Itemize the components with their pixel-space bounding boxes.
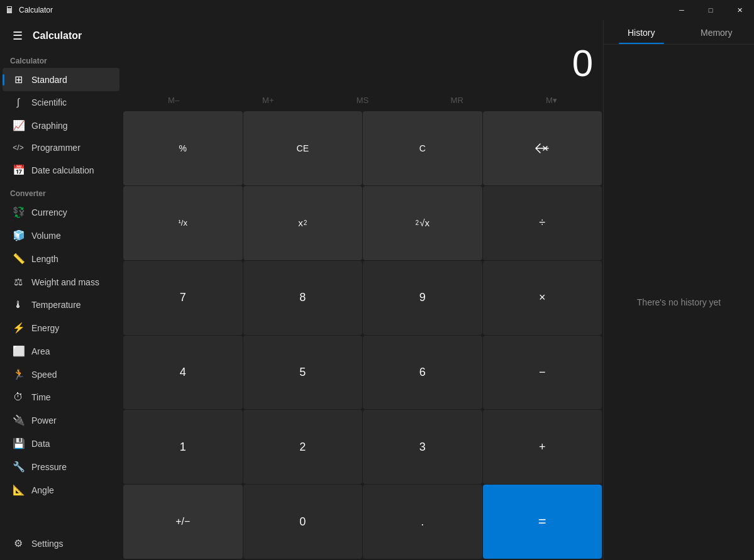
calculator-area: 0 M– M+ MS MR M▾ % CE C ¹/x bbox=[122, 20, 603, 560]
8-button[interactable]: 8 bbox=[243, 261, 363, 335]
sidebar-item-temperature[interactable]: 🌡 Temperature bbox=[3, 294, 119, 316]
equals-button[interactable]: = bbox=[483, 485, 602, 559]
tab-memory[interactable]: Memory bbox=[679, 20, 755, 44]
memory-minus-button[interactable]: M– bbox=[127, 92, 220, 109]
date-icon: 📅 bbox=[13, 164, 24, 176]
sidebar-item-angle[interactable]: 📐 Angle bbox=[3, 478, 119, 502]
square-button[interactable]: x2 bbox=[243, 186, 363, 260]
menu-toggle-button[interactable]: ☰ bbox=[10, 26, 25, 45]
sidebar-item-label: Area bbox=[31, 346, 50, 356]
length-icon: 📏 bbox=[13, 253, 24, 265]
sidebar-item-label: Currency bbox=[31, 207, 67, 217]
memory-row: M– M+ MS MR M▾ bbox=[122, 89, 603, 111]
history-content: There's no history yet bbox=[604, 45, 754, 560]
history-tabs: History Memory bbox=[604, 20, 754, 45]
main-layout: ☰ Calculator Calculator ⊞ Standard ∫ Sci… bbox=[0, 20, 754, 560]
converter-section-label: Converter bbox=[0, 182, 122, 200]
sidebar-item-standard[interactable]: ⊞ Standard bbox=[3, 68, 119, 91]
sidebar-item-currency[interactable]: 💱 Currency bbox=[3, 200, 119, 224]
scientific-icon: ∫ bbox=[13, 97, 24, 108]
memory-plus-button[interactable]: M+ bbox=[221, 92, 314, 109]
divide-button[interactable]: ÷ bbox=[483, 186, 602, 260]
sidebar-item-weight[interactable]: ⚖ Weight and mass bbox=[3, 270, 119, 294]
button-grid: % CE C ¹/x x2 2√x ÷ 7 8 9 × bbox=[122, 111, 603, 560]
maximize-button[interactable]: □ bbox=[696, 0, 725, 20]
titlebar: 🖩 Calculator ─ □ ✕ bbox=[0, 0, 754, 20]
titlebar-left: 🖩 Calculator bbox=[5, 5, 53, 15]
sidebar-item-label: Date calculation bbox=[31, 165, 94, 175]
sidebar-item-date[interactable]: 📅 Date calculation bbox=[3, 158, 119, 182]
temperature-icon: 🌡 bbox=[13, 299, 24, 310]
display-expression bbox=[132, 25, 593, 38]
sidebar-app-title: Calculator bbox=[33, 30, 82, 41]
clear-button[interactable]: C bbox=[363, 111, 482, 185]
square-label: x2 bbox=[298, 217, 307, 228]
memory-recall-button[interactable]: MR bbox=[411, 92, 504, 109]
sidebar-header: ☰ Calculator bbox=[0, 20, 122, 49]
sidebar-item-label: Temperature bbox=[31, 300, 81, 310]
close-button[interactable]: ✕ bbox=[725, 0, 754, 20]
add-button[interactable]: + bbox=[483, 410, 602, 484]
sidebar-item-length[interactable]: 📏 Length bbox=[3, 247, 119, 270]
programmer-icon: </> bbox=[13, 143, 24, 152]
speed-icon: 🏃 bbox=[13, 368, 24, 380]
sidebar-item-label: Volume bbox=[31, 231, 61, 241]
sidebar-item-area[interactable]: ⬜ Area bbox=[3, 339, 119, 363]
7-button[interactable]: 7 bbox=[123, 261, 243, 335]
4-button[interactable]: 4 bbox=[123, 336, 243, 410]
titlebar-controls: ─ □ ✕ bbox=[667, 0, 754, 20]
right-panel: History Memory There's no history yet bbox=[603, 20, 754, 560]
weight-icon: ⚖ bbox=[13, 276, 24, 288]
memory-dropdown-button[interactable]: M▾ bbox=[505, 92, 598, 109]
6-button[interactable]: 6 bbox=[363, 336, 482, 410]
sidebar-item-label: Standard bbox=[31, 75, 67, 85]
sidebar-item-label: Energy bbox=[31, 323, 59, 333]
3-button[interactable]: 3 bbox=[363, 410, 482, 484]
display-value: 0 bbox=[132, 38, 593, 87]
sidebar-item-settings[interactable]: ⚙ Settings bbox=[3, 532, 119, 555]
area-icon: ⬜ bbox=[13, 345, 24, 357]
calculator-section-label: Calculator bbox=[0, 49, 122, 68]
sidebar-item-label: Graphing bbox=[31, 121, 68, 131]
sidebar-item-scientific[interactable]: ∫ Scientific bbox=[3, 91, 119, 114]
9-button[interactable]: 9 bbox=[363, 261, 482, 335]
tab-history[interactable]: History bbox=[604, 20, 679, 44]
volume-icon: 🧊 bbox=[13, 229, 24, 241]
sqrt-label: 2√x bbox=[416, 217, 430, 228]
sidebar-item-volume[interactable]: 🧊 Volume bbox=[3, 224, 119, 247]
sidebar-item-label: Weight and mass bbox=[31, 277, 99, 287]
sidebar-item-label: Angle bbox=[31, 485, 54, 495]
5-button[interactable]: 5 bbox=[243, 336, 363, 410]
sidebar-item-pressure[interactable]: 🔧 Pressure bbox=[3, 455, 119, 478]
backspace-button[interactable] bbox=[483, 111, 602, 185]
sidebar-item-data[interactable]: 💾 Data bbox=[3, 432, 119, 455]
sidebar-item-power[interactable]: 🔌 Power bbox=[3, 409, 119, 432]
power-icon: 🔌 bbox=[13, 414, 24, 426]
sidebar-item-label: Pressure bbox=[31, 462, 67, 472]
sidebar-item-label: Speed bbox=[31, 370, 57, 380]
ce-button[interactable]: CE bbox=[243, 111, 363, 185]
2-button[interactable]: 2 bbox=[243, 410, 363, 484]
decimal-button[interactable]: . bbox=[363, 485, 482, 559]
display: 0 bbox=[122, 20, 603, 89]
multiply-button[interactable]: × bbox=[483, 261, 602, 335]
percent-button[interactable]: % bbox=[123, 111, 243, 185]
memory-store-button[interactable]: MS bbox=[316, 92, 409, 109]
data-icon: 💾 bbox=[13, 437, 24, 449]
minimize-button[interactable]: ─ bbox=[667, 0, 696, 20]
sqrt-button[interactable]: 2√x bbox=[363, 186, 482, 260]
negate-button[interactable]: +/− bbox=[123, 485, 243, 559]
sidebar: ☰ Calculator Calculator ⊞ Standard ∫ Sci… bbox=[0, 20, 122, 560]
time-icon: ⏱ bbox=[13, 392, 24, 403]
sidebar-item-energy[interactable]: ⚡ Energy bbox=[3, 316, 119, 339]
sidebar-item-label: Time bbox=[31, 392, 51, 402]
sidebar-item-time[interactable]: ⏱ Time bbox=[3, 386, 119, 409]
sidebar-item-label: Scientific bbox=[31, 97, 67, 107]
sidebar-item-programmer[interactable]: </> Programmer bbox=[3, 137, 119, 158]
subtract-button[interactable]: − bbox=[483, 336, 602, 410]
inverse-button[interactable]: ¹/x bbox=[123, 186, 243, 260]
sidebar-item-speed[interactable]: 🏃 Speed bbox=[3, 363, 119, 386]
sidebar-item-graphing[interactable]: 📈 Graphing bbox=[3, 114, 119, 137]
0-button[interactable]: 0 bbox=[243, 485, 363, 559]
1-button[interactable]: 1 bbox=[123, 410, 243, 484]
